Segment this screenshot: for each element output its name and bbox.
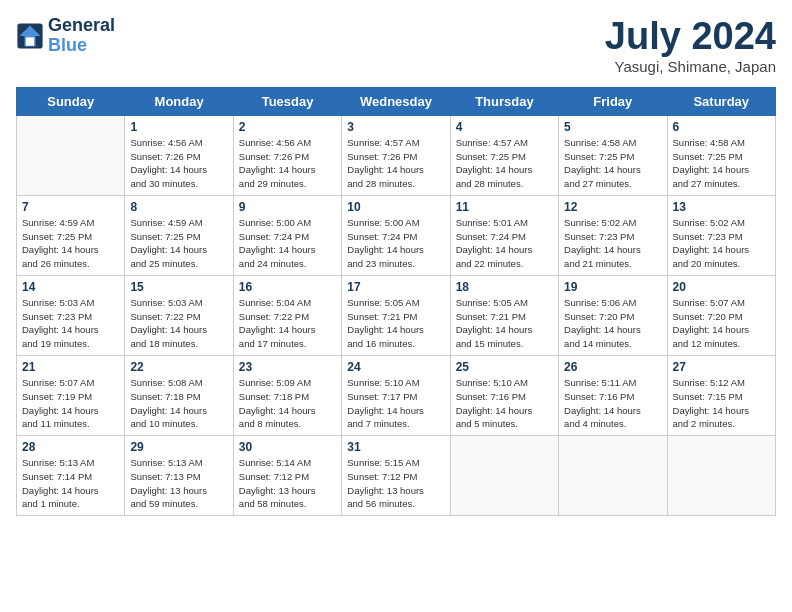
calendar-cell: 2Sunrise: 4:56 AM Sunset: 7:26 PM Daylig… [233,115,341,195]
day-number: 16 [239,280,336,294]
calendar-cell: 22Sunrise: 5:08 AM Sunset: 7:18 PM Dayli… [125,355,233,435]
calendar-cell: 7Sunrise: 4:59 AM Sunset: 7:25 PM Daylig… [17,195,125,275]
week-row-1: 1Sunrise: 4:56 AM Sunset: 7:26 PM Daylig… [17,115,776,195]
calendar-cell: 26Sunrise: 5:11 AM Sunset: 7:16 PM Dayli… [559,355,667,435]
day-number: 29 [130,440,227,454]
day-info: Sunrise: 4:58 AM Sunset: 7:25 PM Dayligh… [673,136,770,191]
day-info: Sunrise: 5:03 AM Sunset: 7:23 PM Dayligh… [22,296,119,351]
day-number: 23 [239,360,336,374]
week-row-4: 21Sunrise: 5:07 AM Sunset: 7:19 PM Dayli… [17,355,776,435]
calendar-cell: 4Sunrise: 4:57 AM Sunset: 7:25 PM Daylig… [450,115,558,195]
day-number: 30 [239,440,336,454]
calendar-cell: 13Sunrise: 5:02 AM Sunset: 7:23 PM Dayli… [667,195,775,275]
calendar-cell: 21Sunrise: 5:07 AM Sunset: 7:19 PM Dayli… [17,355,125,435]
logo-line1: General [48,16,115,36]
day-number: 28 [22,440,119,454]
calendar-cell: 28Sunrise: 5:13 AM Sunset: 7:14 PM Dayli… [17,436,125,516]
calendar-cell [667,436,775,516]
day-number: 26 [564,360,661,374]
day-info: Sunrise: 5:07 AM Sunset: 7:19 PM Dayligh… [22,376,119,431]
day-info: Sunrise: 5:15 AM Sunset: 7:12 PM Dayligh… [347,456,444,511]
day-number: 14 [22,280,119,294]
calendar-cell: 5Sunrise: 4:58 AM Sunset: 7:25 PM Daylig… [559,115,667,195]
day-number: 24 [347,360,444,374]
week-row-3: 14Sunrise: 5:03 AM Sunset: 7:23 PM Dayli… [17,275,776,355]
day-info: Sunrise: 5:11 AM Sunset: 7:16 PM Dayligh… [564,376,661,431]
col-header-wednesday: Wednesday [342,87,450,115]
calendar-header-row: SundayMondayTuesdayWednesdayThursdayFrid… [17,87,776,115]
day-info: Sunrise: 5:12 AM Sunset: 7:15 PM Dayligh… [673,376,770,431]
calendar-cell: 12Sunrise: 5:02 AM Sunset: 7:23 PM Dayli… [559,195,667,275]
day-number: 3 [347,120,444,134]
day-number: 20 [673,280,770,294]
day-number: 22 [130,360,227,374]
day-info: Sunrise: 4:57 AM Sunset: 7:26 PM Dayligh… [347,136,444,191]
day-number: 7 [22,200,119,214]
week-row-2: 7Sunrise: 4:59 AM Sunset: 7:25 PM Daylig… [17,195,776,275]
day-info: Sunrise: 5:03 AM Sunset: 7:22 PM Dayligh… [130,296,227,351]
col-header-monday: Monday [125,87,233,115]
day-info: Sunrise: 5:04 AM Sunset: 7:22 PM Dayligh… [239,296,336,351]
day-number: 10 [347,200,444,214]
day-number: 13 [673,200,770,214]
day-number: 1 [130,120,227,134]
day-info: Sunrise: 4:56 AM Sunset: 7:26 PM Dayligh… [239,136,336,191]
calendar-cell: 20Sunrise: 5:07 AM Sunset: 7:20 PM Dayli… [667,275,775,355]
calendar-cell: 16Sunrise: 5:04 AM Sunset: 7:22 PM Dayli… [233,275,341,355]
day-info: Sunrise: 4:59 AM Sunset: 7:25 PM Dayligh… [22,216,119,271]
logo: General Blue [16,16,115,56]
logo-text: General Blue [48,16,115,56]
calendar-cell [450,436,558,516]
calendar-cell: 24Sunrise: 5:10 AM Sunset: 7:17 PM Dayli… [342,355,450,435]
calendar-cell: 25Sunrise: 5:10 AM Sunset: 7:16 PM Dayli… [450,355,558,435]
day-number: 25 [456,360,553,374]
calendar-cell: 15Sunrise: 5:03 AM Sunset: 7:22 PM Dayli… [125,275,233,355]
day-number: 11 [456,200,553,214]
col-header-tuesday: Tuesday [233,87,341,115]
calendar-cell: 31Sunrise: 5:15 AM Sunset: 7:12 PM Dayli… [342,436,450,516]
day-info: Sunrise: 4:59 AM Sunset: 7:25 PM Dayligh… [130,216,227,271]
day-number: 27 [673,360,770,374]
month-title: July 2024 [605,16,776,58]
calendar-cell: 30Sunrise: 5:14 AM Sunset: 7:12 PM Dayli… [233,436,341,516]
day-info: Sunrise: 4:58 AM Sunset: 7:25 PM Dayligh… [564,136,661,191]
calendar-cell: 19Sunrise: 5:06 AM Sunset: 7:20 PM Dayli… [559,275,667,355]
col-header-thursday: Thursday [450,87,558,115]
calendar-cell: 18Sunrise: 5:05 AM Sunset: 7:21 PM Dayli… [450,275,558,355]
day-info: Sunrise: 5:13 AM Sunset: 7:14 PM Dayligh… [22,456,119,511]
calendar: SundayMondayTuesdayWednesdayThursdayFrid… [16,87,776,516]
title-block: July 2024 Yasugi, Shimane, Japan [605,16,776,75]
day-number: 15 [130,280,227,294]
day-info: Sunrise: 5:06 AM Sunset: 7:20 PM Dayligh… [564,296,661,351]
day-info: Sunrise: 5:01 AM Sunset: 7:24 PM Dayligh… [456,216,553,271]
day-info: Sunrise: 5:08 AM Sunset: 7:18 PM Dayligh… [130,376,227,431]
day-info: Sunrise: 5:09 AM Sunset: 7:18 PM Dayligh… [239,376,336,431]
col-header-saturday: Saturday [667,87,775,115]
day-number: 4 [456,120,553,134]
calendar-cell: 17Sunrise: 5:05 AM Sunset: 7:21 PM Dayli… [342,275,450,355]
calendar-cell: 14Sunrise: 5:03 AM Sunset: 7:23 PM Dayli… [17,275,125,355]
day-info: Sunrise: 5:02 AM Sunset: 7:23 PM Dayligh… [564,216,661,271]
day-number: 31 [347,440,444,454]
logo-icon [16,22,44,50]
col-header-sunday: Sunday [17,87,125,115]
location: Yasugi, Shimane, Japan [605,58,776,75]
day-number: 5 [564,120,661,134]
day-number: 12 [564,200,661,214]
day-info: Sunrise: 4:56 AM Sunset: 7:26 PM Dayligh… [130,136,227,191]
day-info: Sunrise: 5:14 AM Sunset: 7:12 PM Dayligh… [239,456,336,511]
calendar-cell: 27Sunrise: 5:12 AM Sunset: 7:15 PM Dayli… [667,355,775,435]
calendar-cell: 9Sunrise: 5:00 AM Sunset: 7:24 PM Daylig… [233,195,341,275]
day-number: 2 [239,120,336,134]
day-number: 19 [564,280,661,294]
day-info: Sunrise: 5:10 AM Sunset: 7:17 PM Dayligh… [347,376,444,431]
day-number: 6 [673,120,770,134]
calendar-cell: 8Sunrise: 4:59 AM Sunset: 7:25 PM Daylig… [125,195,233,275]
calendar-cell: 11Sunrise: 5:01 AM Sunset: 7:24 PM Dayli… [450,195,558,275]
calendar-cell: 29Sunrise: 5:13 AM Sunset: 7:13 PM Dayli… [125,436,233,516]
day-info: Sunrise: 5:05 AM Sunset: 7:21 PM Dayligh… [456,296,553,351]
page-header: General Blue July 2024 Yasugi, Shimane, … [16,16,776,75]
calendar-cell [559,436,667,516]
day-info: Sunrise: 5:07 AM Sunset: 7:20 PM Dayligh… [673,296,770,351]
calendar-cell: 1Sunrise: 4:56 AM Sunset: 7:26 PM Daylig… [125,115,233,195]
